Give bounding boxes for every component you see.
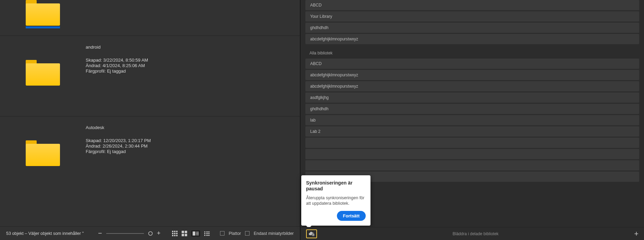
library-item[interactable]: [305, 160, 639, 170]
svg-point-24: [312, 233, 315, 236]
svg-rect-14: [193, 231, 195, 236]
library-label: ABCD: [310, 3, 321, 8]
file-item[interactable]: Autodesk Skapad: 12/20/2023, 1:20:17 PM …: [0, 116, 300, 192]
library-item[interactable]: abcdefghijklmnopurstwxyz: [305, 34, 639, 44]
library-label: Lab 2: [310, 129, 320, 134]
sync-status-button[interactable]: [306, 229, 317, 238]
library-label: ABCD: [310, 61, 321, 66]
content-pane: android Skapad: 3/22/2024, 8:50:59 AM Än…: [0, 0, 300, 240]
browse-shared-link[interactable]: Bläddra i delade bibliotek: [453, 231, 499, 236]
svg-rect-1: [172, 231, 173, 232]
svg-rect-20: [204, 233, 205, 234]
svg-point-0: [148, 231, 152, 235]
library-item[interactable]: ABCD: [305, 0, 639, 10]
library-item[interactable]: abcdefghijklmnopurstwxyz: [305, 70, 639, 80]
view-grid-large-button[interactable]: [172, 231, 178, 236]
add-library-button[interactable]: +: [634, 229, 639, 238]
library-item[interactable]: abcdefghijklmnopurstwxyz: [305, 81, 639, 91]
library-label: abcdefghijklmnopurstwxyz: [310, 73, 358, 77]
file-name: android: [86, 45, 148, 50]
folder-thumbnail: [7, 120, 86, 166]
file-colorprofile: Färgprofil: Ej taggad: [86, 68, 148, 74]
svg-rect-21: [206, 233, 210, 234]
library-label: abcdefghijklmnopurstwxyz: [310, 37, 358, 41]
file-item[interactable]: [0, 0, 300, 36]
file-meta: android Skapad: 3/22/2024, 8:50:59 AM Än…: [86, 39, 148, 74]
library-label: asdfglkjhg: [310, 95, 329, 100]
file-modified: Ändrad: 4/1/2024, 8:25:06 AM: [86, 63, 148, 68]
svg-rect-26: [314, 234, 314, 236]
library-item[interactable]: asdfglkjhg: [305, 92, 639, 103]
library-item[interactable]: Lab 2: [305, 126, 639, 137]
library-item[interactable]: ghdhdhdh: [305, 23, 639, 33]
svg-rect-8: [174, 235, 175, 236]
file-colorprofile: Färgprofil: Ej taggad: [86, 149, 151, 154]
folder-thumbnail: [7, 39, 86, 86]
view-list-button[interactable]: [204, 231, 210, 236]
popover-title: Synkroniseringen är pausad: [306, 180, 366, 192]
library-item[interactable]: ghdhdhdh: [305, 104, 639, 114]
view-grid-small-button[interactable]: [182, 231, 187, 236]
folder-icon: [26, 60, 60, 86]
selection-underline: [26, 26, 60, 28]
svg-rect-25: [313, 234, 313, 236]
status-bar: 53 objekt – Väljer objekt som innehåller…: [0, 226, 300, 240]
file-list: android Skapad: 3/22/2024, 8:50:59 AM Än…: [0, 0, 300, 192]
all-libraries-header: Alla bibliotek: [305, 47, 639, 58]
libraries-panel: ABCD Your Library ghdhdhdh abcdefghijklm…: [300, 0, 644, 240]
sync-paused-popover: Synkroniseringen är pausad Återuppta syn…: [301, 175, 370, 226]
svg-rect-4: [172, 233, 173, 234]
thumbnails-only-label: Endast miniatyrbilder: [254, 231, 294, 236]
svg-rect-19: [206, 231, 210, 232]
cloud-paused-icon: [308, 231, 315, 237]
svg-rect-12: [182, 234, 184, 236]
file-item[interactable]: android Skapad: 3/22/2024, 8:50:59 AM Än…: [0, 36, 300, 116]
svg-rect-7: [172, 235, 173, 236]
library-item[interactable]: [305, 138, 639, 148]
svg-rect-10: [182, 231, 184, 233]
library-label: ghdhdhdh: [310, 25, 328, 30]
plattor-label: Plattor: [229, 231, 241, 236]
svg-rect-22: [204, 235, 205, 236]
plattor-checkbox[interactable]: [220, 231, 224, 236]
zoom-out-button[interactable]: −: [98, 229, 102, 237]
svg-rect-13: [185, 234, 187, 236]
file-modified: Ändrad: 2/26/2024, 2:30:44 PM: [86, 143, 151, 149]
library-label: Your Library: [310, 14, 332, 19]
library-label: ghdhdhdh: [310, 106, 328, 111]
file-created: Skapad: 12/20/2023, 1:20:17 PM: [86, 138, 151, 143]
library-label: lab: [310, 118, 316, 123]
svg-rect-18: [204, 231, 205, 232]
file-meta: Autodesk Skapad: 12/20/2023, 1:20:17 PM …: [86, 120, 151, 154]
zoom-slider[interactable]: [106, 233, 144, 234]
zoom-in-button[interactable]: +: [157, 230, 161, 237]
svg-rect-6: [176, 233, 178, 234]
folder-icon: [26, 140, 60, 166]
svg-rect-16: [196, 233, 199, 234]
view-detail-button[interactable]: [191, 230, 200, 237]
svg-rect-17: [196, 235, 199, 235]
svg-rect-9: [176, 235, 178, 236]
library-item[interactable]: lab: [305, 115, 639, 125]
libraries-footer: Bläddra i delade bibliotek +: [301, 227, 644, 240]
folder-thumbnail: [7, 0, 86, 28]
library-label: abcdefghijklmnopurstwxyz: [310, 84, 358, 89]
file-created: Skapad: 3/22/2024, 8:50:59 AM: [86, 58, 148, 63]
library-item[interactable]: [305, 149, 639, 159]
svg-rect-11: [185, 231, 187, 233]
thumbnails-only-checkbox[interactable]: [245, 231, 250, 236]
svg-rect-2: [174, 231, 175, 232]
file-name: Autodesk: [86, 125, 151, 130]
svg-rect-5: [174, 233, 175, 234]
libraries-list: ABCD Your Library ghdhdhdh abcdefghijklm…: [305, 0, 639, 182]
library-item[interactable]: Your Library: [305, 11, 639, 22]
continue-button[interactable]: Fortsätt: [337, 211, 366, 221]
popover-body: Återuppta synkroniseringen för att uppda…: [306, 195, 366, 206]
zoom-handle-icon[interactable]: [148, 231, 153, 236]
library-item[interactable]: ABCD: [305, 59, 639, 69]
folder-icon: [26, 0, 60, 26]
svg-rect-15: [196, 232, 199, 232]
status-text: 53 objekt – Väljer objekt som innehåller…: [6, 231, 94, 236]
svg-rect-3: [176, 231, 178, 232]
svg-rect-23: [206, 235, 210, 236]
